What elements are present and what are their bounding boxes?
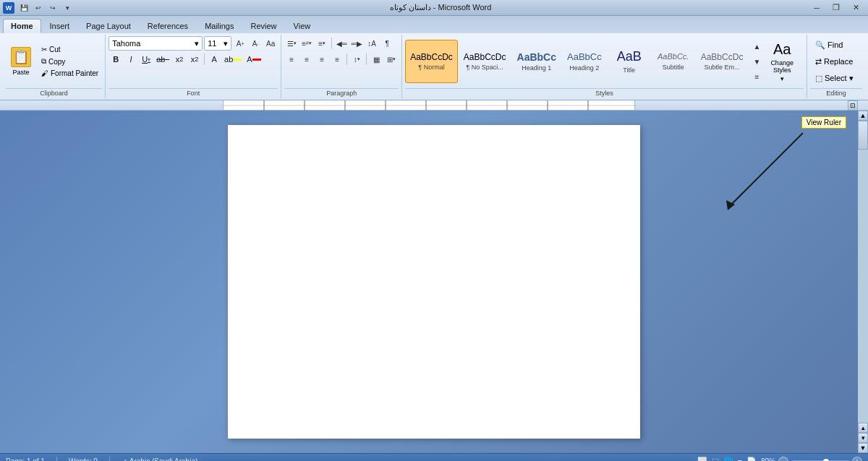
status-bar-right: ⬜ ⬚ 🌐 ≡ 📄 80% − + [697, 457, 862, 462]
style-title[interactable]: AaB Title [608, 40, 651, 83]
show-formatting-button[interactable]: ¶ [380, 36, 394, 51]
zoom-in-button[interactable]: + [852, 457, 862, 462]
style-heading1[interactable]: AaBbCc Heading 1 [512, 40, 561, 83]
paragraph-row1: ☰▾ ≡#▾ ≡▾ ◀═ ═▶ ↕A ¶ [284, 36, 394, 51]
style-heading2[interactable]: AaBbCc Heading 2 [562, 40, 607, 83]
bold-button[interactable]: B [109, 52, 123, 66]
restore-button[interactable]: ❐ [827, 1, 846, 14]
scroll-down-button[interactable]: ▼ [858, 443, 868, 453]
web-layout-button[interactable]: 🌐 [723, 457, 733, 461]
styles-scroll-up-button[interactable]: ▲ [749, 39, 764, 53]
scroll-up-button[interactable]: ▲ [858, 111, 868, 121]
view-ruler-button[interactable]: ⊡ [848, 100, 858, 111]
minimize-button[interactable]: ─ [807, 1, 826, 14]
clipboard-group: 📋 Paste ✂ Cut ⧉ Copy 🖌 Format Pa [3, 35, 106, 98]
tab-insert[interactable]: Insert [42, 19, 78, 33]
sort-button[interactable]: ↕A [365, 36, 379, 51]
close-button[interactable]: ✕ [846, 1, 865, 14]
tab-home[interactable]: Home [3, 19, 41, 33]
tab-references[interactable]: References [140, 19, 196, 33]
clipboard-small-buttons: ✂ Cut ⧉ Copy 🖌 Format Painter [38, 36, 102, 87]
cut-button[interactable]: ✂ Cut [38, 44, 102, 55]
styles-group: AaBbCcDc ¶ Normal AaBbCcDc ¶ No Spaci...… [402, 35, 807, 98]
draft-button[interactable]: 📄 [746, 457, 757, 461]
grow-font-button[interactable]: A+ [233, 36, 247, 51]
styles-scroll-down-button[interactable]: ▼ [749, 54, 764, 69]
style-subtle-em[interactable]: AaBbCcDc Subtle Em... [696, 40, 749, 83]
find-button[interactable]: 🔍 Find [810, 38, 848, 52]
status-separator2 [109, 457, 110, 462]
paragraph-group-content: ☰▾ ≡#▾ ≡▾ ◀═ ═▶ ↕A ¶ ≡ ≡ ≡ ≡ ↕▾ [284, 36, 399, 88]
strikethrough-button[interactable]: ab─ [154, 52, 171, 66]
style-normal[interactable]: AaBbCcDc ¶ Normal [405, 40, 458, 83]
paste-icon: 📋 [11, 47, 31, 67]
print-layout-button[interactable]: ⬜ [697, 457, 707, 461]
text-effects-button[interactable]: A [207, 52, 221, 66]
save-button[interactable]: 💾 [17, 2, 30, 14]
borders-button[interactable]: ⊞▾ [384, 52, 399, 66]
copy-button[interactable]: ⧉ Copy [38, 56, 102, 67]
align-right-button[interactable]: ≡ [315, 52, 329, 66]
qa-dropdown-button[interactable]: ▾ [61, 2, 74, 14]
format-painter-icon: 🖌 [41, 69, 48, 77]
tab-page-layout[interactable]: Page Layout [78, 19, 139, 33]
justify-button[interactable]: ≡ [330, 52, 344, 66]
scroll-pip1[interactable]: ▴ [858, 423, 868, 433]
vertical-scrollbar: ▲ ▴ ▾ ▼ [858, 111, 868, 453]
multilevel-list-button[interactable]: ≡▾ [315, 36, 329, 51]
word-icon: W [3, 2, 14, 14]
tab-review[interactable]: Review [242, 19, 284, 33]
font-name-input[interactable]: Tahoma ▾ [109, 36, 203, 51]
scroll-thumb[interactable] [858, 121, 868, 150]
format-painter-button[interactable]: 🖌 Format Painter [38, 68, 102, 79]
increase-indent-button[interactable]: ═▶ [349, 36, 364, 51]
tab-view[interactable]: View [286, 19, 319, 33]
ribbon-content: 📋 Paste ✂ Cut ⧉ Copy 🖌 Format Pa [0, 33, 868, 100]
redo-button[interactable]: ↪ [46, 2, 59, 14]
scroll-pip2[interactable]: ▾ [858, 433, 868, 443]
language-check-icon: ✓ [122, 457, 127, 461]
superscript-button[interactable]: x2 [187, 52, 202, 66]
zoom-out-button[interactable]: − [778, 457, 788, 462]
replace-button[interactable]: ⇄ Replace [810, 55, 858, 69]
select-button[interactable]: ⬚ Select ▾ [810, 72, 859, 85]
change-styles-icon: Aa [773, 41, 791, 58]
align-center-button[interactable]: ≡ [299, 52, 314, 66]
title-text: داستان کوتاه - Microsoft Word [74, 3, 807, 12]
subscript-button[interactable]: x2 [172, 52, 187, 66]
clear-formatting-button[interactable]: Aa [263, 36, 278, 51]
shading-button[interactable]: ▦ [369, 52, 383, 66]
font-size-input[interactable]: 11 ▾ [204, 36, 231, 51]
styles-more-button[interactable]: ≡ [749, 69, 764, 84]
style-no-spacing[interactable]: AaBbCcDc ¶ No Spaci... [459, 40, 511, 83]
ribbon-tab-row: Home Insert Page Layout References Maili… [0, 16, 868, 33]
undo-button[interactable]: ↩ [32, 2, 45, 14]
paste-button[interactable]: 📋 Paste [6, 36, 36, 87]
outline-button[interactable]: ≡ [738, 457, 742, 462]
italic-button[interactable]: I [124, 52, 138, 66]
change-styles-dropdown-icon: ▾ [780, 75, 784, 82]
style-heading2-preview: AaBbCc [567, 51, 602, 63]
document-page[interactable] [228, 125, 640, 439]
formatting-row: B I U▾ ab─ x2 x2 A ab A [109, 52, 263, 66]
select-icon: ⬚ [815, 74, 822, 83]
line-spacing-button[interactable]: ↕▾ [349, 52, 364, 66]
change-styles-button[interactable]: Aa ChangeStyles ▾ [765, 39, 799, 85]
copy-icon: ⧉ [41, 57, 46, 66]
title-bar: W 💾 ↩ ↪ ▾ داستان کوتاه - Microsoft Word … [0, 0, 868, 16]
tab-mailings[interactable]: Mailings [197, 19, 242, 33]
decrease-indent-button[interactable]: ◀═ [334, 36, 349, 51]
font-grow-shrink: A+ A- Aa [233, 36, 278, 51]
underline-button[interactable]: U▾ [139, 52, 153, 66]
font-selector-row: Tahoma ▾ 11 ▾ A+ A- Aa [109, 36, 278, 51]
replace-icon: ⇄ [815, 57, 822, 66]
align-left-button[interactable]: ≡ [284, 52, 299, 66]
bullets-button[interactable]: ☰▾ [284, 36, 299, 51]
style-subtitle[interactable]: AaBbCc. Subtitle [652, 40, 695, 83]
highlight-color-button[interactable]: ab [222, 52, 244, 66]
numbering-button[interactable]: ≡#▾ [299, 36, 314, 51]
font-color-button[interactable]: A [244, 52, 263, 66]
shrink-font-button[interactable]: A- [248, 36, 263, 51]
full-screen-button[interactable]: ⬚ [712, 457, 719, 461]
scroll-track[interactable] [858, 121, 868, 423]
